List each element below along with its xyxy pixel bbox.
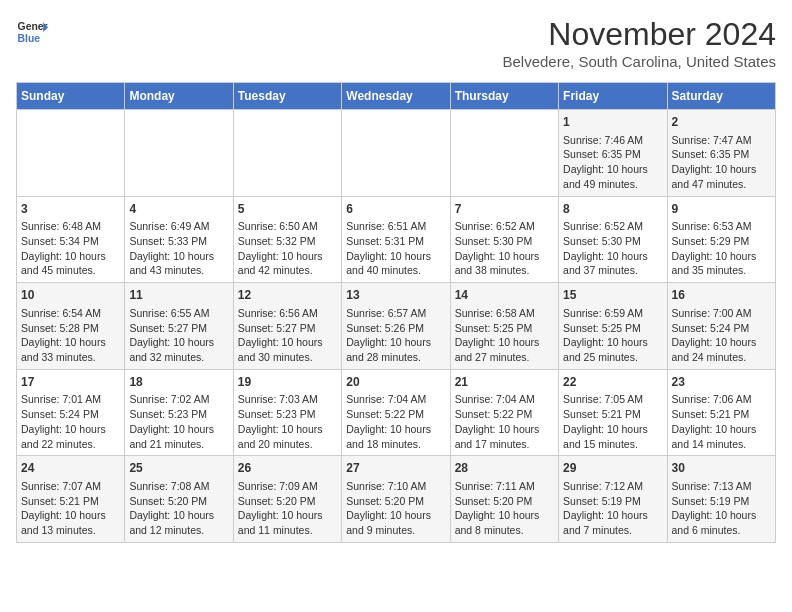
logo-icon: General Blue <box>16 16 48 48</box>
calendar-week-2: 3Sunrise: 6:48 AMSunset: 5:34 PMDaylight… <box>17 196 776 283</box>
location-subtitle: Belvedere, South Carolina, United States <box>503 53 777 70</box>
day-info-line: Daylight: 10 hours <box>455 508 554 523</box>
day-info-line: Daylight: 10 hours <box>238 249 337 264</box>
day-number: 29 <box>563 460 662 477</box>
calendar-cell: 25Sunrise: 7:08 AMSunset: 5:20 PMDayligh… <box>125 456 233 543</box>
day-info-line: Daylight: 10 hours <box>455 249 554 264</box>
day-info-line: and 28 minutes. <box>346 350 445 365</box>
calendar-cell: 1Sunrise: 7:46 AMSunset: 6:35 PMDaylight… <box>559 110 667 197</box>
weekday-header-row: SundayMondayTuesdayWednesdayThursdayFrid… <box>17 83 776 110</box>
day-info-line: Sunrise: 7:02 AM <box>129 392 228 407</box>
calendar-cell <box>450 110 558 197</box>
day-number: 24 <box>21 460 120 477</box>
day-number: 18 <box>129 374 228 391</box>
calendar-cell: 4Sunrise: 6:49 AMSunset: 5:33 PMDaylight… <box>125 196 233 283</box>
day-info-line: Sunrise: 6:59 AM <box>563 306 662 321</box>
day-info-line: Daylight: 10 hours <box>563 162 662 177</box>
day-info-line: Sunset: 6:35 PM <box>672 147 771 162</box>
day-info-line: Sunrise: 7:46 AM <box>563 133 662 148</box>
day-info-line: and 15 minutes. <box>563 437 662 452</box>
calendar-week-1: 1Sunrise: 7:46 AMSunset: 6:35 PMDaylight… <box>17 110 776 197</box>
calendar-cell: 16Sunrise: 7:00 AMSunset: 5:24 PMDayligh… <box>667 283 775 370</box>
weekday-header-wednesday: Wednesday <box>342 83 450 110</box>
day-info-line: and 30 minutes. <box>238 350 337 365</box>
day-info-line: and 37 minutes. <box>563 263 662 278</box>
day-info-line: Sunrise: 7:05 AM <box>563 392 662 407</box>
day-info-line: Sunset: 5:25 PM <box>455 321 554 336</box>
day-info-line: Daylight: 10 hours <box>346 249 445 264</box>
day-info-line: Sunrise: 7:04 AM <box>455 392 554 407</box>
day-info-line: Daylight: 10 hours <box>563 508 662 523</box>
day-info-line: and 40 minutes. <box>346 263 445 278</box>
day-info-line: Sunrise: 6:51 AM <box>346 219 445 234</box>
day-number: 25 <box>129 460 228 477</box>
day-info-line: Daylight: 10 hours <box>238 335 337 350</box>
day-number: 2 <box>672 114 771 131</box>
day-info-line: Sunset: 5:30 PM <box>563 234 662 249</box>
calendar-cell: 30Sunrise: 7:13 AMSunset: 5:19 PMDayligh… <box>667 456 775 543</box>
day-info-line: Daylight: 10 hours <box>672 422 771 437</box>
calendar-cell: 12Sunrise: 6:56 AMSunset: 5:27 PMDayligh… <box>233 283 341 370</box>
day-number: 30 <box>672 460 771 477</box>
calendar-cell: 19Sunrise: 7:03 AMSunset: 5:23 PMDayligh… <box>233 369 341 456</box>
calendar-cell: 5Sunrise: 6:50 AMSunset: 5:32 PMDaylight… <box>233 196 341 283</box>
day-number: 28 <box>455 460 554 477</box>
day-info-line: and 38 minutes. <box>455 263 554 278</box>
calendar-cell: 21Sunrise: 7:04 AMSunset: 5:22 PMDayligh… <box>450 369 558 456</box>
day-info-line: Sunset: 5:31 PM <box>346 234 445 249</box>
day-info-line: Sunset: 5:23 PM <box>129 407 228 422</box>
day-info-line: Daylight: 10 hours <box>672 335 771 350</box>
day-info-line: Daylight: 10 hours <box>129 508 228 523</box>
calendar-cell: 22Sunrise: 7:05 AMSunset: 5:21 PMDayligh… <box>559 369 667 456</box>
day-info-line: Sunrise: 6:54 AM <box>21 306 120 321</box>
day-number: 10 <box>21 287 120 304</box>
calendar-cell <box>125 110 233 197</box>
day-info-line: Sunrise: 7:13 AM <box>672 479 771 494</box>
day-info-line: Daylight: 10 hours <box>346 335 445 350</box>
calendar-cell <box>342 110 450 197</box>
day-info-line: and 12 minutes. <box>129 523 228 538</box>
day-info-line: Sunrise: 6:52 AM <box>455 219 554 234</box>
day-info-line: Daylight: 10 hours <box>672 249 771 264</box>
calendar-cell: 23Sunrise: 7:06 AMSunset: 5:21 PMDayligh… <box>667 369 775 456</box>
calendar-cell: 18Sunrise: 7:02 AMSunset: 5:23 PMDayligh… <box>125 369 233 456</box>
day-info-line: Daylight: 10 hours <box>129 249 228 264</box>
day-info-line: and 6 minutes. <box>672 523 771 538</box>
day-info-line: Sunrise: 7:04 AM <box>346 392 445 407</box>
day-info-line: Daylight: 10 hours <box>346 508 445 523</box>
day-info-line: Sunset: 5:27 PM <box>129 321 228 336</box>
calendar-cell: 6Sunrise: 6:51 AMSunset: 5:31 PMDaylight… <box>342 196 450 283</box>
weekday-header-monday: Monday <box>125 83 233 110</box>
calendar-cell: 17Sunrise: 7:01 AMSunset: 5:24 PMDayligh… <box>17 369 125 456</box>
day-info-line: and 7 minutes. <box>563 523 662 538</box>
day-info-line: Daylight: 10 hours <box>563 422 662 437</box>
day-info-line: and 8 minutes. <box>455 523 554 538</box>
day-number: 12 <box>238 287 337 304</box>
day-info-line: Sunrise: 6:50 AM <box>238 219 337 234</box>
day-info-line: Sunset: 5:21 PM <box>672 407 771 422</box>
calendar-week-4: 17Sunrise: 7:01 AMSunset: 5:24 PMDayligh… <box>17 369 776 456</box>
day-info-line: Sunrise: 6:58 AM <box>455 306 554 321</box>
day-info-line: Daylight: 10 hours <box>21 335 120 350</box>
calendar-cell: 11Sunrise: 6:55 AMSunset: 5:27 PMDayligh… <box>125 283 233 370</box>
weekday-header-friday: Friday <box>559 83 667 110</box>
calendar-cell: 10Sunrise: 6:54 AMSunset: 5:28 PMDayligh… <box>17 283 125 370</box>
calendar-cell <box>233 110 341 197</box>
logo: General Blue <box>16 16 48 48</box>
svg-text:Blue: Blue <box>18 33 41 44</box>
day-info-line: Sunset: 5:26 PM <box>346 321 445 336</box>
day-number: 16 <box>672 287 771 304</box>
day-info-line: Sunset: 5:20 PM <box>455 494 554 509</box>
day-number: 7 <box>455 201 554 218</box>
day-info-line: Daylight: 10 hours <box>129 335 228 350</box>
day-info-line: Sunrise: 7:03 AM <box>238 392 337 407</box>
day-info-line: and 47 minutes. <box>672 177 771 192</box>
day-info-line: Sunrise: 7:09 AM <box>238 479 337 494</box>
day-info-line: and 17 minutes. <box>455 437 554 452</box>
day-info-line: Daylight: 10 hours <box>672 508 771 523</box>
day-info-line: Sunrise: 7:06 AM <box>672 392 771 407</box>
day-info-line: Sunrise: 7:07 AM <box>21 479 120 494</box>
day-info-line: and 35 minutes. <box>672 263 771 278</box>
day-info-line: Daylight: 10 hours <box>238 508 337 523</box>
day-info-line: Daylight: 10 hours <box>238 422 337 437</box>
